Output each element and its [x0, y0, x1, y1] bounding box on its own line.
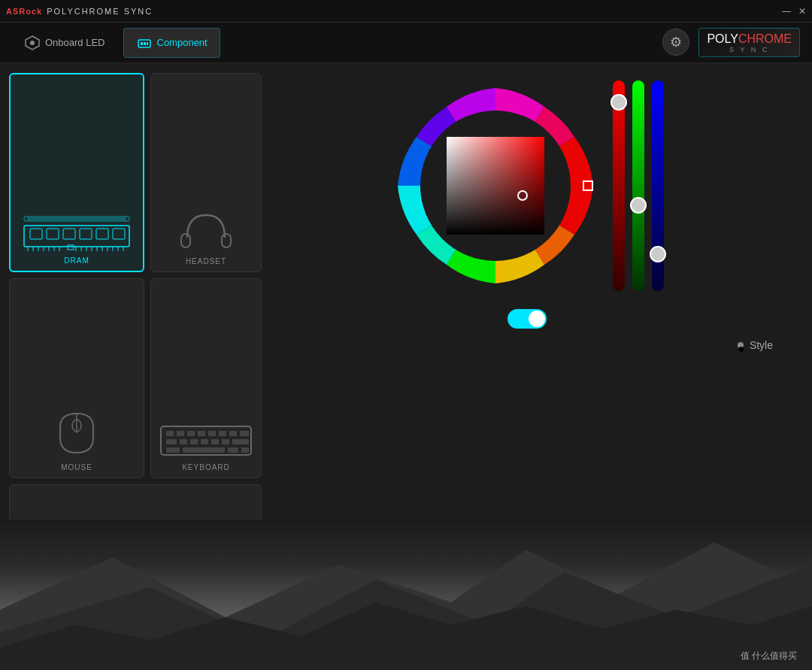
- title-bar: ASRock POLYCHROME SYNC — ✕: [0, 0, 812, 23]
- tab-onboard-led-label: Onboard LED: [45, 37, 105, 48]
- toggle-area: [251, 306, 803, 332]
- watermark: 值 什么值得买: [741, 650, 797, 662]
- polychrome-badge: POLYCHROME S Y N C: [698, 28, 800, 58]
- tab-onboard-led[interactable]: Onboard LED: [12, 29, 117, 57]
- keyboard-icon: [157, 417, 255, 459]
- svg-rect-53: [166, 447, 180, 453]
- style-label-row: ● Style: [738, 339, 773, 351]
- svg-rect-54: [183, 447, 225, 453]
- svg-rect-5: [147, 42, 148, 45]
- style-dot-icon: ●: [738, 342, 744, 348]
- headset-label: HEADSET: [186, 257, 226, 265]
- blue-slider-knob[interactable]: [650, 246, 666, 262]
- svg-rect-32: [27, 217, 126, 220]
- svg-rect-7: [30, 229, 42, 239]
- badge-chrome: CHROME: [738, 32, 792, 45]
- svg-rect-46: [166, 439, 177, 444]
- svg-rect-9: [63, 229, 75, 239]
- color-area: [251, 73, 803, 299]
- svg-rect-38: [166, 431, 174, 436]
- svg-rect-10: [80, 229, 92, 239]
- device-card-dram[interactable]: DRAM: [9, 73, 144, 272]
- color-wheel-container[interactable]: [390, 80, 601, 291]
- component-icon: [136, 35, 153, 51]
- svg-rect-47: [180, 439, 187, 444]
- svg-rect-45: [240, 431, 249, 436]
- blue-slider[interactable]: [652, 80, 664, 291]
- title-bar-left: ASRock POLYCHROME SYNC: [6, 7, 153, 16]
- red-slider-knob[interactable]: [611, 94, 627, 111]
- style-area: ● Style Static ◀ Flashing ColorCycle: [251, 339, 803, 354]
- svg-rect-48: [190, 439, 198, 444]
- svg-point-1: [30, 41, 35, 45]
- headset-icon: [172, 200, 240, 253]
- green-slider[interactable]: [632, 80, 644, 291]
- green-slider-knob[interactable]: [630, 197, 647, 214]
- svg-rect-40: [187, 431, 195, 436]
- app-title: POLYCHROME SYNC: [47, 7, 153, 16]
- brand-logo: ASRock: [6, 7, 42, 16]
- app-container: Onboard LED Component ⚙: [0, 23, 812, 670]
- gear-icon: ⚙: [670, 34, 682, 50]
- header: Onboard LED Component ⚙: [0, 23, 812, 64]
- svg-rect-56: [241, 447, 249, 453]
- toggle-knob: [529, 311, 545, 327]
- style-label: Style: [750, 339, 773, 351]
- svg-rect-42: [208, 431, 216, 436]
- tab-component-label: Component: [157, 37, 208, 48]
- svg-rect-33: [181, 234, 190, 247]
- led-toggle[interactable]: [508, 309, 547, 329]
- svg-rect-12: [113, 229, 125, 239]
- minimize-button[interactable]: —: [782, 7, 791, 16]
- mouse-icon: [47, 406, 107, 459]
- red-slider[interactable]: [613, 80, 625, 291]
- svg-rect-4: [144, 42, 146, 45]
- keyboard-label: KEYBOARD: [182, 463, 230, 471]
- svg-rect-52: [232, 439, 249, 444]
- svg-rect-34: [222, 234, 231, 247]
- svg-rect-8: [47, 229, 59, 239]
- dram-label: DRAM: [64, 256, 89, 265]
- color-picker-handle[interactable]: [517, 190, 528, 201]
- background-scenery: [0, 520, 812, 670]
- badge-sync: S Y N C: [707, 46, 792, 54]
- svg-rect-39: [177, 431, 184, 436]
- badge-polychrome: POLYCHROME: [707, 32, 792, 46]
- svg-rect-44: [229, 431, 237, 436]
- device-card-mouse[interactable]: MOUSE: [9, 278, 144, 477]
- window-controls: — ✕: [782, 7, 806, 16]
- device-card-keyboard[interactable]: KEYBOARD: [150, 278, 262, 477]
- svg-rect-13: [68, 245, 74, 250]
- svg-rect-55: [228, 447, 238, 453]
- svg-rect-41: [198, 431, 205, 436]
- svg-rect-49: [201, 439, 208, 444]
- dram-icon: [17, 211, 137, 252]
- svg-rect-51: [222, 439, 229, 444]
- color-wheel-ring-handle[interactable]: [583, 180, 593, 191]
- svg-rect-3: [141, 42, 143, 45]
- nav-tabs: Onboard LED Component: [12, 28, 220, 58]
- tab-component[interactable]: Component: [123, 28, 220, 58]
- mouse-label: MOUSE: [61, 463, 92, 471]
- badge-poly: POLY: [707, 32, 738, 45]
- close-button[interactable]: ✕: [798, 7, 806, 16]
- settings-button[interactable]: ⚙: [662, 29, 689, 56]
- color-saturation-box[interactable]: [447, 137, 544, 235]
- rgb-sliders: [613, 80, 664, 291]
- device-card-headset[interactable]: HEADSET: [150, 73, 262, 272]
- svg-rect-50: [211, 439, 219, 444]
- svg-rect-11: [96, 229, 108, 239]
- scenery-svg: [0, 520, 812, 670]
- header-right: ⚙ POLYCHROME S Y N C: [662, 28, 800, 58]
- svg-rect-43: [219, 431, 226, 436]
- onboard-led-icon: [24, 35, 41, 51]
